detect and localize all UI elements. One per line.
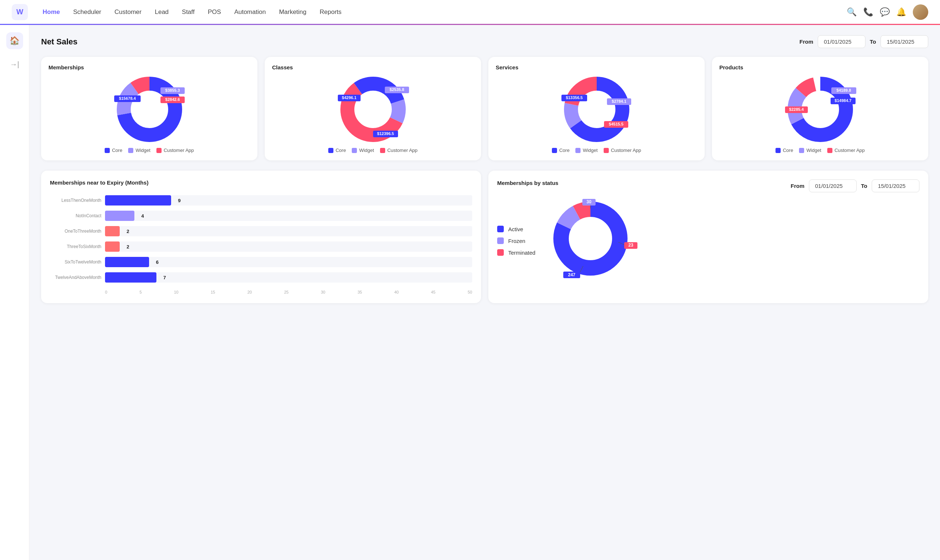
- products-card: Products $4189.8 $14984.7 $2285.4: [712, 57, 928, 160]
- bar-fill: 9: [105, 195, 171, 206]
- sidebar: 🏠 →|: [0, 25, 29, 560]
- net-sales-title: Net Sales: [41, 37, 77, 47]
- whatsapp-icon[interactable]: 💬: [880, 7, 890, 17]
- bar-track: 9: [105, 195, 472, 206]
- bar-track: 2: [105, 226, 472, 236]
- svg-text:$4189.8: $4189.8: [837, 88, 851, 92]
- svg-text:$3855.3: $3855.3: [165, 88, 180, 92]
- nav-links: Home Scheduler Customer Lead Staff POS A…: [37, 6, 847, 19]
- bar-row: LessThenOneMonth9: [50, 195, 472, 206]
- bar-chart-area: LessThenOneMonth9NotInContact4OneToThree…: [50, 192, 472, 294]
- bar-value: 7: [163, 275, 166, 280]
- search-icon[interactable]: 🔍: [847, 7, 857, 17]
- bar-value: 9: [178, 198, 181, 203]
- nav-lead[interactable]: Lead: [149, 6, 174, 19]
- app-layout: 🏠 →| Net Sales From 01/01/2025 To 15/01/…: [0, 25, 940, 560]
- navbar: W Home Scheduler Customer Lead Staff POS…: [0, 0, 940, 25]
- bar-track: 6: [105, 257, 472, 267]
- phone-icon[interactable]: 📞: [863, 7, 873, 17]
- bar-row: OneToThreeMonth2: [50, 226, 472, 236]
- bar-fill: 2: [105, 226, 120, 236]
- nav-marketing[interactable]: Marketing: [273, 6, 313, 19]
- status-title: Memberships by status: [497, 180, 558, 186]
- products-title: Products: [719, 64, 921, 71]
- bar-label: LessThenOneMonth: [50, 198, 101, 203]
- bar-fill: 4: [105, 211, 134, 221]
- bar-row: ThreeToSixMonth2: [50, 242, 472, 252]
- bar-label: NotInContact: [50, 213, 101, 218]
- status-to-label: To: [861, 183, 867, 189]
- memberships-card: Memberships $15678.4 $3855.3: [41, 57, 257, 160]
- svg-text:$15678.4: $15678.4: [119, 96, 136, 100]
- bar-track: 2: [105, 242, 472, 252]
- classes-title: Classes: [272, 64, 474, 71]
- bar-fill: 6: [105, 257, 149, 267]
- svg-point-44: [569, 217, 612, 260]
- status-header: Memberships by status From 01/01/2025 To…: [497, 180, 920, 192]
- from-date-input[interactable]: 01/01/2025: [818, 35, 866, 48]
- services-donut: $13356.5 $2784.1 $4515.5: [496, 76, 697, 142]
- bar-track: 4: [105, 211, 472, 221]
- net-sales-header: Net Sales From 01/01/2025 To 15/01/2025: [41, 35, 928, 48]
- bar-row: SixToTwelveMonth6: [50, 257, 472, 267]
- classes-card: Classes $4296.1 $2535.8 $12: [265, 57, 481, 160]
- bar-label: OneToThreeMonth: [50, 229, 101, 234]
- classes-legend: Core Widget Customer App: [272, 148, 474, 153]
- bar-chart-title: Memberships near to Expiry (Months): [50, 180, 472, 186]
- nav-pos[interactable]: POS: [202, 6, 227, 19]
- bell-icon[interactable]: 🔔: [896, 7, 906, 17]
- nav-reports[interactable]: Reports: [314, 6, 348, 19]
- from-label: From: [799, 38, 813, 45]
- nav-customer[interactable]: Customer: [109, 6, 148, 19]
- products-legend: Core Widget Customer App: [719, 148, 921, 153]
- services-legend: Core Widget Customer App: [496, 148, 697, 153]
- bar-track: 7: [105, 272, 472, 283]
- logo[interactable]: W: [12, 4, 28, 20]
- memberships-donut: $15678.4 $3855.3 $2842.6: [48, 76, 250, 142]
- bar-row: NotInContact4: [50, 211, 472, 221]
- bar-fill: 2: [105, 242, 120, 252]
- status-date-range: From 01/01/2025 To 15/01/2025: [791, 180, 920, 192]
- bar-fill: 7: [105, 272, 156, 283]
- services-title: Services: [496, 64, 697, 71]
- svg-text:$2842.6: $2842.6: [165, 97, 180, 102]
- date-range: From 01/01/2025 To 15/01/2025: [799, 35, 928, 48]
- memberships-legend: Core Widget Customer App: [48, 148, 250, 153]
- bar-axis: 05101520253035404550: [50, 288, 472, 294]
- bar-value: 6: [156, 260, 159, 265]
- svg-text:23: 23: [629, 243, 634, 248]
- bar-label: TwelveAndAboveMonth: [50, 275, 101, 280]
- nav-scheduler[interactable]: Scheduler: [67, 6, 107, 19]
- bar-value: 2: [127, 229, 129, 234]
- to-label: To: [870, 38, 876, 45]
- status-card: Memberships by status From 01/01/2025 To…: [488, 171, 928, 303]
- svg-text:247: 247: [568, 272, 575, 277]
- bottom-grid: Memberships near to Expiry (Months) Less…: [41, 171, 928, 303]
- status-donut: 247 30 23: [550, 198, 631, 280]
- to-date-input[interactable]: 15/01/2025: [880, 35, 928, 48]
- services-card: Services $13356.5 $2784.1 $4515.5: [488, 57, 705, 160]
- nav-automation[interactable]: Automation: [228, 6, 272, 19]
- nav-actions: 🔍 📞 💬 🔔: [847, 5, 928, 20]
- status-to-date[interactable]: 15/01/2025: [872, 180, 920, 192]
- nav-staff[interactable]: Staff: [176, 6, 200, 19]
- nav-home[interactable]: Home: [37, 6, 66, 19]
- bar-value: 2: [127, 244, 129, 249]
- memberships-title: Memberships: [48, 64, 250, 71]
- svg-text:$4296.1: $4296.1: [342, 95, 356, 100]
- classes-donut: $4296.1 $2535.8 $12396.5: [272, 76, 474, 142]
- status-body: Active Frozen Terminated: [497, 198, 920, 280]
- avatar[interactable]: [913, 5, 928, 20]
- bar-label: ThreeToSixMonth: [50, 244, 101, 249]
- bar-chart-card: Memberships near to Expiry (Months) Less…: [41, 171, 481, 303]
- svg-text:30: 30: [587, 199, 592, 205]
- charts-grid: Memberships $15678.4 $3855.3: [41, 57, 928, 160]
- status-from-date[interactable]: 01/01/2025: [809, 180, 857, 192]
- svg-text:$14984.7: $14984.7: [835, 98, 852, 103]
- svg-text:$13356.5: $13356.5: [566, 95, 583, 100]
- svg-text:$4515.5: $4515.5: [609, 122, 624, 126]
- svg-text:$12396.5: $12396.5: [377, 131, 394, 136]
- sidebar-collapse-icon[interactable]: →|: [10, 60, 19, 69]
- sidebar-home-icon[interactable]: 🏠: [6, 32, 23, 49]
- bar-row: TwelveAndAboveMonth7: [50, 272, 472, 283]
